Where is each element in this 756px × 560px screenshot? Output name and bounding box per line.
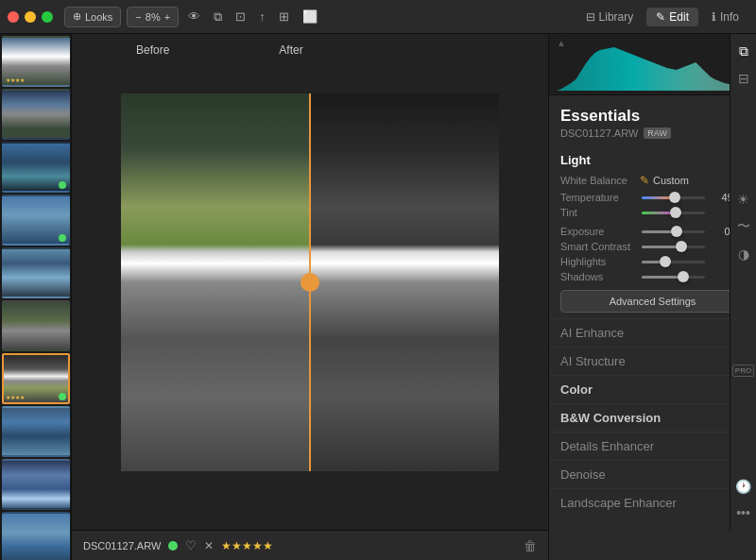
- zoom-control[interactable]: − 8% +: [127, 7, 179, 27]
- close-button[interactable]: [8, 11, 19, 23]
- split-handle[interactable]: [301, 273, 319, 292]
- tint-row: Tint 9: [549, 205, 756, 220]
- zoom-out-icon[interactable]: −: [135, 11, 141, 23]
- highlights-label: Highlights: [560, 256, 636, 267]
- history-icon[interactable]: 🕐: [731, 475, 755, 498]
- film-item-9[interactable]: [2, 459, 70, 510]
- info-tab[interactable]: ℹ Info: [702, 8, 748, 26]
- color-section: Color: [549, 375, 756, 403]
- shadows-slider[interactable]: [642, 276, 705, 279]
- highlights-thumb: [660, 256, 671, 267]
- canvas-area: Before After DSC01127.ARW: [72, 34, 548, 560]
- before-image: [121, 93, 310, 471]
- filename-subtitle: DSC01127.ARW: [560, 127, 638, 139]
- grid-icon[interactable]: ⊞: [275, 8, 293, 25]
- film-item-3[interactable]: [2, 142, 70, 193]
- film-item-8[interactable]: [2, 406, 70, 457]
- ai-enhance-label[interactable]: AI Enhance: [549, 319, 756, 347]
- histogram-arrows: ▲ ▲: [549, 38, 756, 48]
- reject-icon[interactable]: ✕: [204, 539, 214, 552]
- adjust-icon[interactable]: ☀: [733, 188, 753, 211]
- window-icon[interactable]: ⬜: [299, 8, 321, 25]
- main-area: ★★★★ ★★★★ Before After: [0, 34, 756, 560]
- fullscreen-button[interactable]: [42, 11, 53, 23]
- smart-contrast-slider[interactable]: [642, 246, 705, 248]
- details-label[interactable]: Details Enhancer: [549, 433, 756, 460]
- filmstrip[interactable]: ★★★★ ★★★★: [0, 34, 72, 560]
- film-stars-7: ★★★★: [6, 394, 25, 400]
- bottom-bar: DSC01127.ARW ♡ ✕ ★★★★★ 🗑: [72, 530, 548, 560]
- share-icon[interactable]: ↑: [255, 8, 269, 25]
- advanced-settings-button[interactable]: Advanced Settings: [560, 290, 745, 313]
- looks-icon: ⊕: [73, 10, 81, 23]
- landscape-label[interactable]: Landscape Enhancer: [549, 489, 756, 517]
- right-panel: ▲ ▲ Essentials DSC01127.ARW: [548, 34, 756, 560]
- tone-curve-icon[interactable]: 〜: [733, 214, 754, 239]
- film-badge-7: [59, 393, 66, 400]
- after-image: [310, 93, 499, 471]
- layers-icon[interactable]: ⧉: [735, 40, 752, 63]
- landscape-section: Landscape Enhancer: [549, 488, 756, 517]
- histogram: ▲ ▲: [549, 34, 756, 95]
- exposure-slider[interactable]: [642, 230, 705, 233]
- wb-edit-icon[interactable]: ✎: [640, 174, 649, 187]
- film-item-1[interactable]: ★★★★: [2, 36, 70, 87]
- film-item-2[interactable]: [2, 89, 70, 140]
- looks-button[interactable]: ⊕ Looks: [64, 7, 121, 27]
- smart-contrast-row: Smart Contrast 18: [549, 239, 756, 254]
- rating-stars[interactable]: ★★★★★: [221, 539, 273, 552]
- split-view-icon[interactable]: ⧉: [210, 8, 226, 26]
- film-item-5[interactable]: [2, 247, 70, 298]
- white-balance-row: White Balance ✎ Custom ⇅: [549, 171, 756, 190]
- info-label: Info: [720, 10, 739, 24]
- zoom-in-icon[interactable]: +: [164, 11, 170, 23]
- wb-label: White Balance: [560, 175, 636, 186]
- more-icon[interactable]: •••: [732, 501, 754, 524]
- raw-badge: RAW: [644, 127, 671, 139]
- shadow-clip-indicator: ▲: [557, 38, 566, 48]
- temperature-label: Temperature: [560, 192, 636, 203]
- highlights-row: Highlights -49: [549, 254, 756, 269]
- favorite-icon[interactable]: ♡: [185, 538, 197, 552]
- panel-tabs: ⊟ Library ✎ Edit ℹ Info: [576, 8, 748, 26]
- tint-thumb: [670, 207, 681, 218]
- view-toggle-icon[interactable]: 👁: [184, 8, 204, 25]
- film-item-6[interactable]: [2, 300, 70, 351]
- landscape-bw-img: [310, 93, 499, 471]
- edit-label: Edit: [669, 10, 689, 24]
- edit-tab[interactable]: ✎ Edit: [646, 8, 698, 26]
- library-label: Library: [599, 10, 634, 24]
- highlights-slider[interactable]: [642, 261, 705, 263]
- temperature-slider[interactable]: [642, 196, 705, 199]
- minimize-button[interactable]: [25, 11, 36, 23]
- side-panel-icon[interactable]: ⊟: [734, 67, 753, 90]
- right-toolbar: ⧉ ⊟ ☀ 〜 ◑ PRO 🕐 •••: [730, 34, 756, 530]
- ai-structure-label[interactable]: AI Structure: [549, 348, 756, 375]
- color-label-dot[interactable]: [168, 541, 178, 551]
- library-tab[interactable]: ⊟ Library: [576, 8, 644, 26]
- bw-label[interactable]: B&W Conversion: [549, 404, 756, 432]
- panel-title: Essentials: [549, 103, 756, 127]
- denoise-label[interactable]: Denoise: [549, 461, 756, 488]
- film-badge-4: [59, 234, 66, 242]
- trash-icon[interactable]: 🗑: [524, 538, 537, 553]
- film-item-7[interactable]: ★★★★: [2, 353, 70, 404]
- pro-badge: PRO: [732, 365, 754, 377]
- film-stars-1: ★★★★: [6, 76, 25, 83]
- film-item-4[interactable]: [2, 195, 70, 246]
- hsl-icon[interactable]: ◑: [734, 243, 753, 265]
- tint-label: Tint: [560, 207, 636, 218]
- bottom-filename: DSC01127.ARW: [83, 540, 161, 552]
- crop-icon[interactable]: ⊡: [232, 8, 249, 25]
- film-item-10[interactable]: [2, 512, 70, 560]
- light-section-label: Light: [560, 153, 591, 167]
- image-container[interactable]: [72, 34, 548, 530]
- light-section-header[interactable]: Light ↺: [549, 146, 756, 171]
- denoise-section: Denoise: [549, 460, 756, 488]
- color-label[interactable]: Color: [549, 376, 756, 403]
- smart-contrast-label: Smart Contrast: [560, 241, 636, 252]
- split-divider[interactable]: [309, 93, 311, 471]
- panel-content: Essentials DSC01127.ARW RAW Light ↺ Whit…: [549, 95, 756, 560]
- zoom-value: 8%: [146, 11, 161, 23]
- tint-slider[interactable]: [642, 212, 705, 214]
